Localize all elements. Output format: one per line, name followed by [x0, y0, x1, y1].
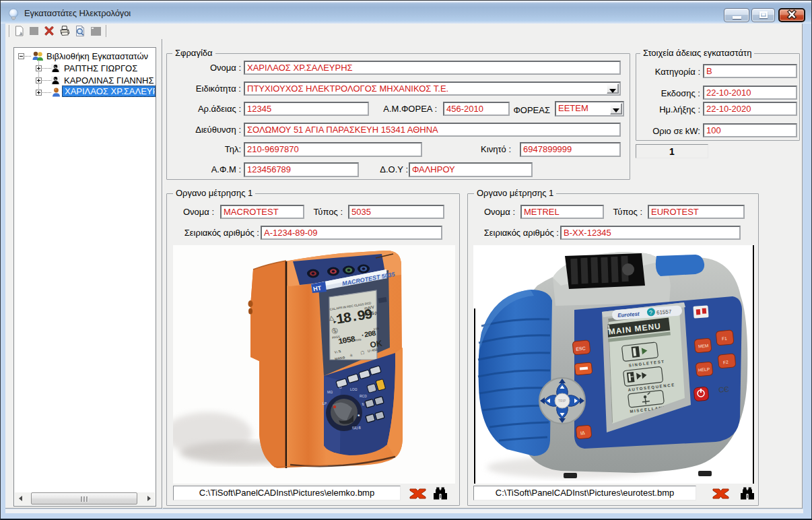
svg-text:▢: ▢	[360, 350, 365, 355]
svg-text:RCD: RCD	[360, 394, 367, 398]
svg-text:HT: HT	[312, 284, 322, 292]
svg-text:⇅: ⇅	[362, 402, 364, 406]
svg-text:F1: F1	[722, 336, 728, 342]
svg-text:CЄ: CЄ	[718, 385, 730, 393]
svg-text:LP: LP	[323, 401, 327, 405]
svg-text:IΔ: IΔ	[580, 430, 586, 436]
svg-text:HELP: HELP	[698, 366, 710, 372]
svg-text:Ω: Ω	[339, 385, 342, 389]
svg-text:MΩ: MΩ	[327, 390, 333, 394]
svg-text:TRIP: TRIP	[558, 399, 566, 403]
svg-text:LOΩ: LOΩ	[350, 387, 358, 391]
svg-text:■: ■	[358, 413, 360, 417]
svg-text:MEM: MEM	[698, 343, 709, 348]
svg-text:?: ?	[649, 309, 653, 316]
svg-text:f(Δ):B: f(Δ):B	[352, 426, 361, 430]
svg-text:Ⓢ: Ⓢ	[331, 327, 338, 335]
svg-text:⚛: ⚛	[349, 354, 353, 358]
svg-text:F2: F2	[723, 360, 729, 365]
svg-text:61557: 61557	[656, 308, 672, 316]
svg-text:ESC: ESC	[576, 346, 586, 351]
